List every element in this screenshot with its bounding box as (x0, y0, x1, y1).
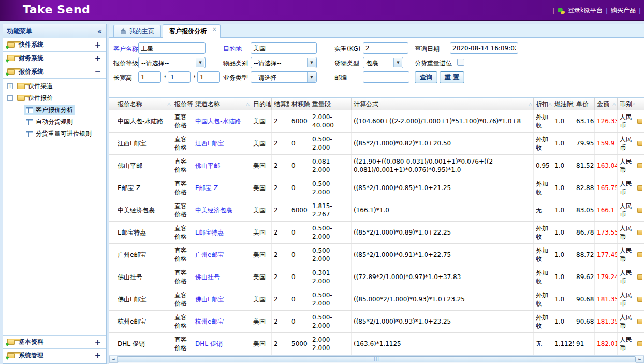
column-header-spacer[interactable] (109, 98, 115, 110)
expand-plus-icon[interactable]: + (94, 41, 101, 49)
cell-action[interactable] (635, 177, 644, 199)
goods-type-select[interactable]: 包裹 ▼ (363, 57, 403, 68)
sidebar-item-system-management[interactable]: 系统管理 + (3, 349, 106, 362)
sidebar-item-quote-system[interactable]: 报价系统 − (3, 65, 106, 79)
sort-icon[interactable]: △ (529, 101, 533, 107)
chevron-down-icon[interactable]: ▼ (307, 72, 316, 82)
weight-carry-checkbox[interactable] (457, 59, 464, 66)
edit-icon[interactable] (637, 274, 642, 280)
edit-icon[interactable] (637, 141, 642, 146)
tab-my-home[interactable]: 我的主页 (113, 25, 161, 37)
horizontal-scrollbar[interactable]: ◄ ||| ► (109, 355, 644, 363)
column-header-unit_price[interactable]: 单价 (574, 98, 595, 110)
quote-level-select[interactable]: --请选择-- ▼ (138, 57, 206, 68)
cell-channel_name[interactable]: 中国大包-水陆路 (193, 110, 251, 132)
channel-link[interactable]: E邮宝特惠 (195, 228, 224, 237)
cell-channel_name[interactable]: 佛山挂号 (193, 266, 251, 288)
channel-link[interactable]: 佛山平邮 (195, 162, 220, 170)
column-header-fuel_surcharge[interactable]: 燃油附加 (552, 98, 574, 110)
cell-action[interactable] (635, 110, 644, 132)
collapse-minus-icon[interactable]: − (94, 68, 101, 76)
cell-action[interactable] (635, 222, 644, 243)
cell-action[interactable] (635, 133, 644, 154)
column-header-quote_level[interactable]: 报价等级 (172, 98, 193, 110)
channel-link[interactable]: E邮宝-Z (195, 184, 218, 192)
expand-plus-icon[interactable]: + (94, 55, 101, 62)
column-header-formula[interactable]: 计算公式△ (352, 98, 534, 110)
edit-icon[interactable] (637, 185, 642, 191)
tree-collapse-icon[interactable]: − (7, 95, 13, 101)
edit-icon[interactable] (637, 230, 642, 235)
edit-icon[interactable] (637, 341, 642, 346)
edit-icon[interactable] (637, 163, 642, 168)
column-header-channel_name[interactable]: 渠道名称△ (193, 98, 251, 110)
buy-product-link[interactable]: 购买产品 (611, 6, 636, 15)
channel-link[interactable]: 中美经济包裹 (195, 206, 232, 214)
destination-input[interactable] (251, 42, 317, 54)
cell-channel_name[interactable]: 佛山E邮宝 (193, 288, 251, 310)
cell-channel_name[interactable]: E邮宝特惠 (193, 222, 251, 243)
sidebar-item-basic-data[interactable]: 基本资料 + (3, 336, 106, 349)
sidebar-item-express-system[interactable]: 快件系统 + (3, 38, 106, 52)
cell-action[interactable] (635, 244, 644, 266)
edit-icon[interactable] (637, 208, 642, 213)
width-input[interactable] (168, 71, 191, 83)
sort-icon[interactable]: △ (167, 101, 172, 107)
collapse-sidebar-button[interactable]: « (97, 27, 102, 35)
tree-item-express-quote[interactable]: − 快件报价 (3, 92, 106, 104)
cell-action[interactable] (635, 155, 644, 177)
column-header-weight_range[interactable]: 重量段 (310, 98, 352, 110)
scroll-right-icon[interactable]: ► (636, 356, 644, 363)
sort-icon[interactable]: △ (632, 101, 635, 107)
weight-input[interactable] (363, 42, 408, 54)
height-input[interactable] (197, 71, 220, 83)
cell-channel_name[interactable]: DHL-促销 (193, 333, 251, 355)
channel-link[interactable]: DHL-促销 (195, 340, 223, 348)
channel-link[interactable]: 杭州e邮宝 (195, 317, 224, 326)
sort-icon[interactable]: △ (612, 101, 617, 107)
column-header-destination[interactable]: 目的地△ (251, 98, 272, 110)
column-header-amount[interactable]: 金额△ (595, 98, 618, 110)
tree-item-weight-carry-rules[interactable]: 分货重量可进位规则 (3, 128, 106, 140)
sort-icon[interactable]: △ (548, 101, 552, 107)
column-header-volume_divisor[interactable]: 材积除△ (289, 98, 310, 110)
column-header-currency[interactable]: 币别△ (618, 98, 635, 110)
chevron-down-icon[interactable]: ▼ (393, 58, 402, 67)
cell-action[interactable] (635, 288, 644, 310)
length-input[interactable] (138, 71, 161, 83)
postcode-input[interactable] (363, 71, 409, 83)
edit-icon[interactable] (637, 252, 642, 257)
customer-name-input[interactable] (138, 42, 206, 54)
item-category-select[interactable]: --请选择-- ▼ (251, 57, 317, 68)
tree-item-auto-dispatch-rules[interactable]: 自动分货规则 (3, 116, 106, 128)
column-header-billing_weight[interactable]: 结算重量△ (272, 98, 289, 110)
tree-expand-icon[interactable]: + (7, 83, 13, 89)
reset-button[interactable]: 重 置 (440, 71, 464, 83)
expand-plus-icon[interactable]: + (94, 339, 101, 346)
channel-link[interactable]: 中国大包-水陆路 (195, 117, 241, 125)
expand-plus-icon[interactable]: + (94, 352, 101, 359)
sort-icon[interactable]: △ (246, 101, 251, 107)
cell-channel_name[interactable]: 佛山平邮 (193, 155, 251, 177)
tree-item-customer-quote-analysis[interactable]: 客户报价分析 (3, 104, 106, 116)
sidebar-item-finance-system[interactable]: 财务系统 + (3, 52, 106, 65)
cell-action[interactable] (635, 199, 644, 221)
cell-action[interactable] (635, 266, 644, 288)
chevron-down-icon[interactable]: ▼ (196, 58, 204, 67)
tree-item-express-channel[interactable]: + 快件渠道 (3, 80, 106, 92)
chevron-down-icon[interactable]: ▼ (307, 58, 316, 67)
channel-link[interactable]: 广州e邮宝 (195, 251, 224, 259)
scrollbar-thumb[interactable]: ||| (118, 356, 636, 362)
scroll-left-icon[interactable]: ◄ (109, 356, 118, 363)
edit-icon[interactable] (637, 119, 642, 124)
channel-link[interactable]: 江西E邮宝 (195, 139, 224, 148)
cell-channel_name[interactable]: E邮宝-Z (193, 177, 251, 199)
tab-customer-quote-analysis[interactable]: 客户报价分析 × (163, 24, 221, 38)
channel-link[interactable]: 佛山挂号 (195, 273, 220, 281)
channel-link[interactable]: 佛山E邮宝 (195, 295, 224, 303)
cell-channel_name[interactable]: 江西E邮宝 (193, 133, 251, 154)
column-header-quote_name[interactable]: 报价名称△ (115, 98, 172, 110)
query-date-input[interactable] (450, 42, 518, 54)
edit-icon[interactable] (637, 297, 642, 302)
business-type-select[interactable]: --请选择-- ▼ (251, 71, 317, 83)
